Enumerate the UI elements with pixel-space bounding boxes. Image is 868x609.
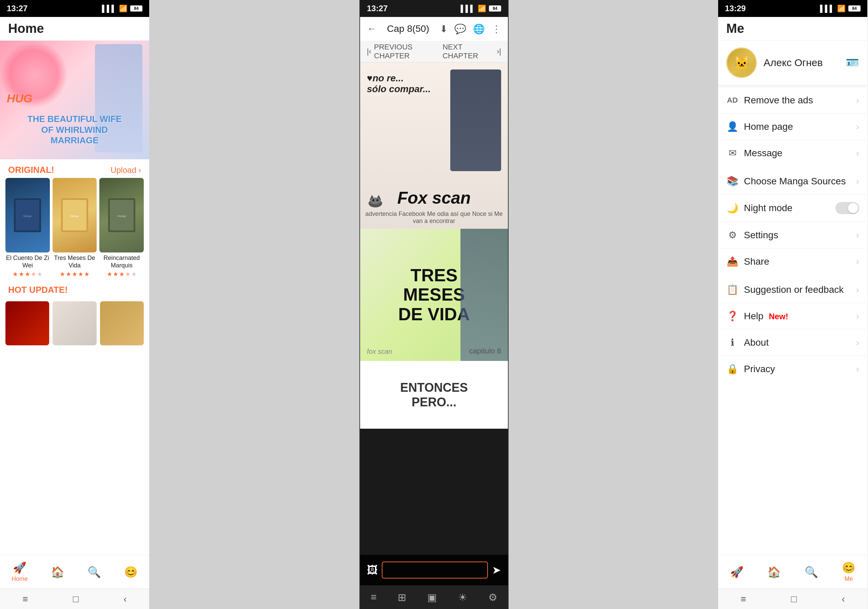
me-home-btn[interactable]: □ <box>791 594 797 604</box>
reader-battery: 84 <box>489 5 501 11</box>
menu-label-ads: Remove the ads <box>744 95 813 106</box>
page2-chapter: capitulo 8 <box>469 347 501 356</box>
original-section-row: ORIGINAL! Upload › <box>0 159 149 178</box>
reader-menu-btn[interactable]: ≡ <box>370 591 377 603</box>
reader-status-bar: 13:27 ▌▌▌ 📶 84 <box>360 0 508 17</box>
reader-action-icons: ⬇ 💬 🌐 ⋮ <box>440 23 501 34</box>
reader-chapters-btn[interactable]: ⊞ <box>398 591 406 603</box>
comment-icon[interactable]: 💬 <box>454 23 466 34</box>
menu-label-share: Share <box>744 256 769 267</box>
nav-search[interactable]: 🔍 <box>87 566 101 578</box>
menu-item-night-mode[interactable]: 🌙 Night mode <box>718 195 867 222</box>
me-nav-home[interactable]: 🏠 <box>767 566 781 578</box>
page2-fox-logo: fox scan <box>367 348 392 356</box>
menu-section-1: AD Remove the ads › 👤 Home page › ✉ Mess… <box>718 87 867 166</box>
manga-page-1: ♥no re...sólo compar... Fox scan adverte… <box>360 63 508 229</box>
me-menu-btn[interactable]: ≡ <box>741 594 746 604</box>
menu-label-home: Home page <box>744 121 793 132</box>
prev-chevron-icon: |‹ <box>367 47 371 56</box>
hot-update-section: HOT UPDATE! <box>0 282 149 298</box>
hot-card-1[interactable] <box>53 301 96 345</box>
banner[interactable]: HUG THE BEAUTIFUL WIFEOF WHIRLWINDMARRIA… <box>0 41 149 159</box>
hot-grid <box>0 298 149 345</box>
back-arrow-icon[interactable]: ← <box>367 23 377 34</box>
upload-button[interactable]: Upload › <box>110 165 141 175</box>
manga-card-0[interactable]: Manga El Cuento De Zi Wei ★ ★ ★ ★ ★ <box>5 178 50 278</box>
reader-home-btn[interactable]: ▣ <box>427 591 437 603</box>
ad-icon: AD <box>726 96 738 105</box>
nav-bookmark[interactable]: 🏠 <box>51 566 64 578</box>
reader-comment-input[interactable] <box>382 561 488 578</box>
me-nav-label: Me <box>844 575 853 583</box>
image-icon[interactable]: 🖼 <box>367 564 378 577</box>
menu-item-remove-ads[interactable]: AD Remove the ads › <box>718 87 867 114</box>
svg-point-13 <box>372 199 374 201</box>
profile-card-icon[interactable]: 🪪 <box>846 56 859 69</box>
menu-left-ads: AD Remove the ads <box>726 95 813 106</box>
prev-chapter-label: PREVIOUS CHAPTER <box>374 43 442 60</box>
page1-anime-figure <box>450 70 501 171</box>
hot-card-2[interactable] <box>100 301 144 345</box>
next-chapter-btn[interactable]: NEXT CHAPTER ›| <box>442 43 501 60</box>
globe-icon[interactable]: 🌐 <box>473 23 485 34</box>
me-me-icon: 😊 <box>842 561 856 574</box>
bottom-nav-left: 🚀 Home 🏠 🔍 😊 <box>0 555 149 589</box>
manga-card-2[interactable]: Manga ReincarnatedMarquis ★ ★ ★ ★ ★ <box>99 178 144 278</box>
system-bar-right: ≡ □ ‹ <box>718 589 867 609</box>
message-icon: ✉ <box>726 147 738 159</box>
hot-card-0[interactable] <box>5 301 49 345</box>
me-back-btn[interactable]: ‹ <box>842 594 845 604</box>
time-left: 13:27 <box>7 4 28 13</box>
send-icon[interactable]: ➤ <box>492 564 501 577</box>
night-mode-toggle[interactable] <box>835 202 859 214</box>
search-nav-icon: 🔍 <box>87 566 101 578</box>
menu-left-sources: 📚 Choose Manga Sources <box>726 176 846 187</box>
menu-item-privacy[interactable]: 🔒 Privacy › <box>718 356 867 382</box>
menu-label-help: Help New! <box>744 311 788 322</box>
svg-point-12 <box>370 198 381 204</box>
reader-brightness-btn[interactable]: ☀ <box>458 591 467 603</box>
nav-profile[interactable]: 😊 <box>124 566 138 578</box>
menu-left-share: 📤 Share <box>726 256 769 267</box>
me-nav-rocket[interactable]: 🚀 <box>730 566 744 578</box>
fox-scan-logo: Fox scan <box>397 188 471 208</box>
menu-label-about: About <box>744 337 769 348</box>
me-nav-me[interactable]: 😊 Me <box>842 561 856 583</box>
menu-item-home-page[interactable]: 👤 Home page › <box>718 114 867 140</box>
nav-home[interactable]: 🚀 Home <box>11 561 28 583</box>
more-options-icon[interactable]: ⋮ <box>491 23 501 34</box>
banner-main-text: THE BEAUTIFUL WIFEOF WHIRLWINDMARRIAGE <box>3 114 146 146</box>
reader-settings-btn[interactable]: ⚙ <box>488 591 498 603</box>
home-sys-btn[interactable]: □ <box>73 594 79 604</box>
manga-card-1[interactable]: Manga Tres Meses De Vida ★ ★ ★ ★ ★ <box>53 178 97 278</box>
chevron-right-icon: › <box>138 165 141 175</box>
share-icon: 📤 <box>726 256 738 267</box>
menu-sys-btn[interactable]: ≡ <box>22 594 28 604</box>
avatar[interactable]: 🐱 <box>726 48 757 78</box>
system-bar-left: ≡ □ ‹ <box>0 589 149 609</box>
menu-item-settings[interactable]: ⚙ Settings › <box>718 222 867 249</box>
gap-left <box>149 0 360 609</box>
menu-item-suggestion[interactable]: 📋 Suggestion or feedback › <box>718 277 867 303</box>
profile-section: 🐱 Алекс Огнев 🪪 <box>718 41 867 87</box>
prev-chapter-btn[interactable]: |‹ PREVIOUS CHAPTER <box>367 43 442 60</box>
menu-item-manga-sources[interactable]: 📚 Choose Manga Sources › <box>718 168 867 195</box>
time-right: 13:29 <box>725 4 746 13</box>
reader-signal-icon: ▌▌▌ <box>460 5 475 12</box>
me-bottom-nav: 🚀 🏠 🔍 😊 Me <box>718 555 867 589</box>
menu-item-share[interactable]: 📤 Share › <box>718 249 867 275</box>
page1-watermark-text: ♥no re...sólo compar... <box>367 73 431 94</box>
chevron-help-icon: › <box>856 311 859 322</box>
menu-item-help[interactable]: ❓ Help New! › <box>718 303 867 329</box>
page2-figure <box>460 229 508 361</box>
status-bar-left: 13:27 ▌▌▌ 📶 84 <box>0 0 149 17</box>
menu-left-night: 🌙 Night mode <box>726 202 792 214</box>
reader-top-bar: ← Cap 8(50) ⬇ 💬 🌐 ⋮ <box>360 17 508 41</box>
chevron-sources-icon: › <box>856 176 859 187</box>
chevron-ads-icon: › <box>856 95 859 106</box>
me-nav-search[interactable]: 🔍 <box>804 566 818 578</box>
menu-item-about[interactable]: ℹ About › <box>718 329 867 356</box>
back-sys-btn[interactable]: ‹ <box>123 594 127 604</box>
menu-item-message[interactable]: ✉ Message › <box>718 140 867 166</box>
download-icon[interactable]: ⬇ <box>440 23 448 34</box>
